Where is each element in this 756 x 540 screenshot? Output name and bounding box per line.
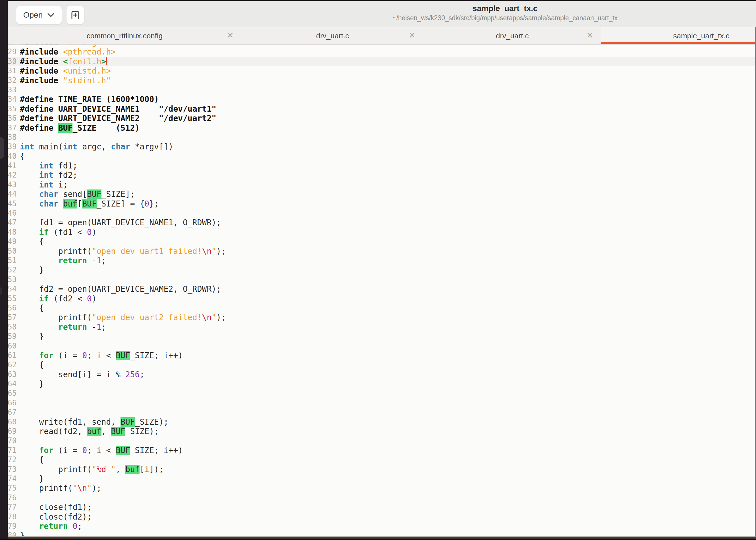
code-line: 71 for (i = 0; i < BUF_SIZE; i++) xyxy=(8,446,756,455)
line-number: 40 xyxy=(8,152,16,161)
tab-sample_uart_tx.c[interactable]: sample_uart_tx.c xyxy=(601,27,756,44)
tab-common_rttlinux.config[interactable]: common_rttlinux.config✕ xyxy=(8,27,241,44)
line-number: 45 xyxy=(8,199,16,208)
tab-label: common_rttlinux.config xyxy=(8,27,241,44)
code-line: 36#define UART_DEVICE_NAME2 "/dev/uart2" xyxy=(8,114,756,123)
code-line: 79 return 0; xyxy=(8,521,756,531)
code-line: 52 } xyxy=(8,265,756,275)
code-text: #define TIME_RATE (1600*1000) xyxy=(20,94,159,104)
code-text: char buf[BUF_SIZE] = {0}; xyxy=(20,199,159,208)
screen-edge-top xyxy=(0,0,756,1)
background-artifact xyxy=(0,137,4,159)
line-number: 43 xyxy=(8,180,16,190)
code-text: int fd1; xyxy=(20,161,77,171)
line-number: 54 xyxy=(8,284,16,294)
line-number: 50 xyxy=(8,247,16,256)
desktop-background-strip-bottom xyxy=(8,536,756,539)
code-line: 59 } xyxy=(8,332,756,341)
line-number: 79 xyxy=(8,521,16,531)
line-number: 76 xyxy=(8,493,16,502)
code-text: { xyxy=(20,237,44,246)
code-line: 55 if (fd2 < 0) xyxy=(8,294,756,303)
app-window: Open sample_uart_tx.c ~/heisen_ws/k230_s… xyxy=(0,0,756,540)
code-line: 61 for (i = 0; i < BUF_SIZE; i++) xyxy=(8,351,756,360)
code-line: 37#define BUF_SIZE (512) xyxy=(8,123,756,133)
line-number: 57 xyxy=(8,313,16,322)
code-text: return -1; xyxy=(20,323,106,332)
code-text: printf("\n"); xyxy=(20,483,101,493)
code-line: 43 int i; xyxy=(8,180,756,190)
desktop-background-strip xyxy=(0,0,8,540)
line-number: 74 xyxy=(8,474,16,483)
line-number: 36 xyxy=(8,114,16,123)
code-line: 41 int fd1; xyxy=(8,161,756,171)
code-line: 57 printf("open dev uart2 failed!\n"); xyxy=(8,313,756,322)
tab-label: sample_uart_tx.c xyxy=(601,27,756,44)
editor[interactable]: 28#include <string.h>29#include <pthread… xyxy=(8,45,756,537)
line-number: 59 xyxy=(8,332,16,341)
line-number: 65 xyxy=(8,389,16,398)
line-number: 70 xyxy=(8,436,16,446)
line-number: 61 xyxy=(8,351,16,360)
code-text: #include <string.h> xyxy=(20,45,111,47)
code-line: 32#include "stdint.h" xyxy=(8,76,756,85)
code-line: 34#define TIME_RATE (1600*1000) xyxy=(8,94,756,104)
window-subtitle: ~/heisen_ws/k230_sdk/src/big/mpp/userapp… xyxy=(349,14,661,22)
open-button[interactable]: Open xyxy=(16,6,62,24)
line-number: 52 xyxy=(8,265,16,275)
code-line: 46 xyxy=(8,208,756,218)
code-line: 68 write(fd1, send, BUF_SIZE); xyxy=(8,417,756,427)
code-text: if (fd2 < 0) xyxy=(20,294,97,303)
line-number: 29 xyxy=(8,47,16,57)
code-line: 63 send[i] = i % 256; xyxy=(8,370,756,379)
code-text: printf("%d ", buf[i]); xyxy=(20,465,164,474)
code-line: 48 if (fd1 < 0) xyxy=(8,227,756,237)
line-number: 71 xyxy=(8,446,16,455)
code-text: } xyxy=(20,474,44,483)
code-line: 80} xyxy=(8,531,756,537)
new-tab-button[interactable] xyxy=(66,6,84,24)
code-text: } xyxy=(20,379,44,389)
line-number: 53 xyxy=(8,275,16,284)
line-number: 56 xyxy=(8,303,16,313)
tab-bar: common_rttlinux.config✕drv_uart.c✕drv_ua… xyxy=(8,27,756,45)
line-number: 69 xyxy=(8,427,16,436)
window-title: sample_uart_tx.c xyxy=(349,3,661,14)
code-text: char send[BUF_SIZE]; xyxy=(20,190,135,199)
line-number: 49 xyxy=(8,237,16,246)
code-line: 75 printf("\n"); xyxy=(8,483,756,493)
tab-drv_uart.c[interactable]: drv_uart.c✕ xyxy=(241,27,423,44)
line-number: 37 xyxy=(8,123,16,133)
code-line: 72 { xyxy=(8,455,756,465)
line-number: 77 xyxy=(8,502,16,512)
close-icon[interactable]: ✕ xyxy=(409,27,415,44)
line-number: 64 xyxy=(8,379,16,389)
tab-drv_uart.c[interactable]: drv_uart.c✕ xyxy=(423,27,601,44)
active-tab-indicator xyxy=(601,42,756,44)
line-number: 44 xyxy=(8,190,16,199)
code-text: { xyxy=(20,360,44,369)
close-icon[interactable]: ✕ xyxy=(587,27,593,44)
code-text: return 0; xyxy=(20,521,82,531)
code-line: 35#define UART_DEVICE_NAME1 "/dev/uart1" xyxy=(8,104,756,114)
line-number: 47 xyxy=(8,218,16,227)
code-text: #include <pthread.h> xyxy=(20,47,116,57)
code-text: { xyxy=(20,303,44,313)
line-number: 41 xyxy=(8,161,16,171)
line-number: 35 xyxy=(8,104,16,114)
code-line: 60 xyxy=(8,341,756,351)
close-icon[interactable]: ✕ xyxy=(227,27,233,44)
code-line: 65 xyxy=(8,389,756,398)
code-scroll: 28#include <string.h>29#include <pthread… xyxy=(8,45,756,537)
line-number: 68 xyxy=(8,417,16,427)
chevron-down-icon xyxy=(47,13,55,18)
tab-label: drv_uart.c xyxy=(423,27,601,44)
code-text: #define BUF_SIZE (512) xyxy=(20,123,140,133)
code-text: int fd2; xyxy=(20,171,77,180)
code-line: 70 xyxy=(8,436,756,446)
code-text: for (i = 0; i < BUF_SIZE; i++) xyxy=(20,351,183,360)
line-number: 60 xyxy=(8,341,16,351)
code-line: 66 xyxy=(8,398,756,408)
code-line: 69 read(fd2, buf, BUF_SIZE); xyxy=(8,427,756,436)
code-line: 38 xyxy=(8,133,756,142)
